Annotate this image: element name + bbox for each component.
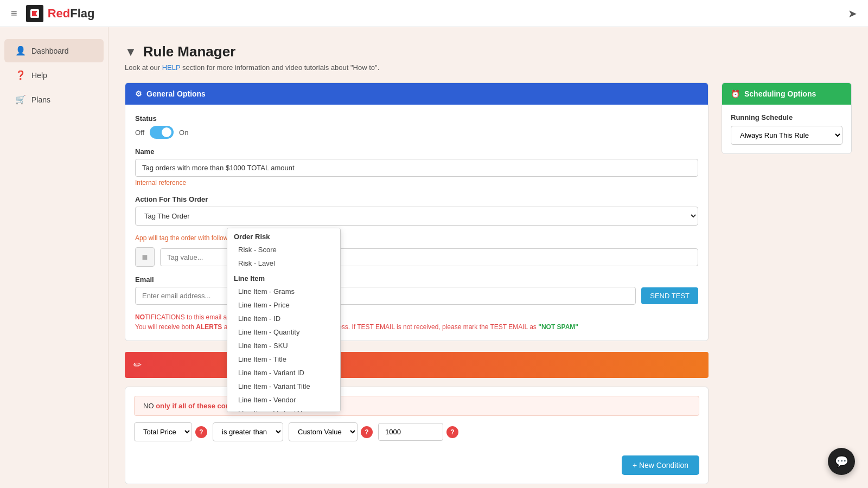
- compare-select-wrapper: Custom Value Fixed Amount ?: [289, 422, 373, 441]
- notice-bold-no: NO: [135, 313, 145, 321]
- general-options-header: ⚙ General Options: [125, 83, 708, 105]
- internal-ref-link[interactable]: Internal reference: [135, 179, 698, 187]
- action-select[interactable]: Tag The Order Send Email Notify Admin: [135, 207, 698, 226]
- scheduling-header: ⏰ Scheduling Options: [722, 83, 851, 105]
- compare-help-icon[interactable]: ?: [361, 426, 373, 438]
- dropdown-item-risk-lavel[interactable]: Risk - Lavel: [227, 256, 340, 270]
- conditions-notice: NO only if all of these conditions match…: [134, 396, 699, 416]
- dropdown-item-variant-id[interactable]: Line Item - Variant ID: [227, 366, 340, 380]
- dropdown-item-title[interactable]: Line Item - Title: [227, 352, 340, 366]
- toggle-slider: [150, 126, 174, 139]
- action-group: Action For This Order Tag The Order Send…: [135, 195, 698, 226]
- action-label: Action For This Order: [135, 195, 698, 203]
- amount-wrapper: ?: [378, 423, 458, 441]
- brand-black: Flag: [70, 7, 94, 20]
- navbar-logout[interactable]: ➤: [848, 7, 857, 20]
- clock-icon: ⏰: [731, 89, 740, 98]
- page-subtitle: Look at our HELP section for more inform…: [125, 63, 852, 72]
- notice-not-spam: "NOT SPAM": [538, 323, 578, 331]
- navbar: ≡ RedFlag ➤: [0, 0, 868, 27]
- dropdown-item-id[interactable]: Line Item - ID: [227, 312, 340, 325]
- name-group: Name Internal reference: [135, 147, 698, 187]
- new-condition-button[interactable]: + New Condition: [622, 455, 699, 475]
- sidebar-item-dashboard[interactable]: 👤 Dashboard: [4, 39, 104, 62]
- brand-icon: [26, 5, 43, 22]
- email-group: Email SEND TEST: [135, 275, 698, 305]
- conditions-row: Total Price Subtotal ? is greater than i…: [134, 422, 699, 441]
- field-help-icon[interactable]: ?: [195, 426, 207, 438]
- dropdown-item-grams[interactable]: Line Item - Grams: [227, 285, 340, 298]
- sidebar: 👤 Dashboard ❓ Help 🛒 Plans: [0, 27, 108, 488]
- chat-bubble-icon: 💬: [835, 455, 848, 468]
- brand-logo: RedFlag: [26, 5, 95, 22]
- dropdown-item-variant-name[interactable]: Line Item - Variant Name: [227, 407, 340, 412]
- status-label: Status: [135, 114, 698, 123]
- status-group: Status Off On: [135, 114, 698, 139]
- status-off-label: Off: [135, 129, 144, 137]
- sidebar-label-plans: Plans: [31, 95, 50, 104]
- group-label-order-risk: Order Risk: [227, 228, 340, 243]
- running-schedule-label: Running Schedule: [731, 113, 843, 121]
- name-input[interactable]: [135, 159, 698, 177]
- amount-input[interactable]: [378, 423, 443, 441]
- dashboard-icon: 👤: [15, 46, 26, 56]
- dropdown-item-risk-score[interactable]: Risk - Score: [227, 243, 340, 256]
- toggle-row: Off On: [135, 126, 698, 139]
- send-test-button[interactable]: SEND TEST: [641, 287, 698, 304]
- group-label-line-item: Line Item: [227, 270, 340, 285]
- operator-select[interactable]: is greater than is less than is equal to: [213, 422, 283, 441]
- general-options-panel: ⚙ General Options Status Off On: [125, 82, 709, 341]
- notice-text-1: NOTIFICATIONS to this email address.: [135, 313, 698, 321]
- page-filter-icon: ▼: [125, 45, 137, 59]
- compare-select[interactable]: Custom Value Fixed Amount: [289, 422, 358, 441]
- general-options-body: Status Off On Name: [125, 105, 708, 341]
- plans-icon: 🛒: [15, 94, 26, 105]
- email-input[interactable]: [135, 287, 636, 305]
- new-condition-row: + New Condition: [134, 450, 699, 475]
- page-title: Rule Manager: [143, 43, 236, 60]
- status-on-label: On: [179, 129, 188, 137]
- page-title-row: ▼ Rule Manager: [125, 43, 852, 60]
- chat-bubble-button[interactable]: 💬: [828, 448, 855, 475]
- conditions-prefix: NO: [143, 402, 156, 410]
- side-column: ⏰ Scheduling Options Running Schedule Al…: [722, 82, 852, 154]
- tag-input-row: ■: [135, 247, 698, 267]
- dropdown-item-vendor[interactable]: Line Item - Vendor: [227, 393, 340, 407]
- help-link[interactable]: HELP: [162, 63, 181, 72]
- menu-icon[interactable]: ≡: [11, 7, 17, 20]
- operator-select-wrapper: is greater than is less than is equal to: [213, 422, 283, 441]
- tag-color-swatch[interactable]: ■: [135, 247, 155, 267]
- help-icon: ❓: [15, 70, 26, 80]
- dropdown-item-variant-title[interactable]: Line Item - Variant Title: [227, 380, 340, 393]
- notice-text-2: You will receive both ALERTS and NOTIFIC…: [135, 323, 698, 331]
- dropdown-item-sku[interactable]: Line Item - SKU: [227, 339, 340, 352]
- email-label: Email: [135, 275, 698, 284]
- general-options-title: General Options: [146, 89, 206, 98]
- amount-help-icon[interactable]: ?: [446, 426, 458, 438]
- name-label: Name: [135, 147, 698, 156]
- dropdown-group-order-risk: Order Risk Risk - Score Risk - Lavel: [227, 228, 340, 270]
- tag-notice: App will tag the order with following ta…: [135, 234, 698, 242]
- action-bar: ✏: [125, 352, 709, 378]
- dropdown-item-quantity[interactable]: Line Item - Quantity: [227, 325, 340, 339]
- scheduling-title: Scheduling Options: [744, 89, 816, 98]
- field-select-wrapper: Total Price Subtotal ?: [134, 422, 207, 441]
- field-dropdown-menu: Order Risk Risk - Score Risk - Lavel Lin…: [227, 228, 341, 412]
- dropdown-group-line-item: Line Item Line Item - Grams Line Item - …: [227, 270, 340, 412]
- schedule-select[interactable]: Always Run This Rule Run Once Run Daily …: [731, 126, 843, 145]
- main-content: ▼ Rule Manager Look at our HELP section …: [108, 27, 868, 488]
- status-toggle[interactable]: [150, 126, 174, 139]
- field-select[interactable]: Total Price Subtotal: [134, 422, 192, 441]
- brand-red: Red: [48, 7, 71, 20]
- action-bar-icon: ✏: [133, 359, 142, 371]
- notice-alerts: ALERTS: [196, 323, 222, 331]
- conditions-panel: NO only if all of these conditions match…: [125, 387, 709, 484]
- sidebar-item-help[interactable]: ❓ Help: [4, 63, 104, 87]
- sidebar-item-plans[interactable]: 🛒 Plans: [4, 88, 104, 111]
- gear-icon: ⚙: [135, 89, 142, 98]
- brand-name: RedFlag: [48, 7, 95, 21]
- sidebar-label-dashboard: Dashboard: [31, 47, 69, 55]
- scheduling-body: Running Schedule Always Run This Rule Ru…: [722, 105, 851, 153]
- main-column: ⚙ General Options Status Off On: [125, 82, 709, 484]
- dropdown-item-price[interactable]: Line Item - Price: [227, 298, 340, 312]
